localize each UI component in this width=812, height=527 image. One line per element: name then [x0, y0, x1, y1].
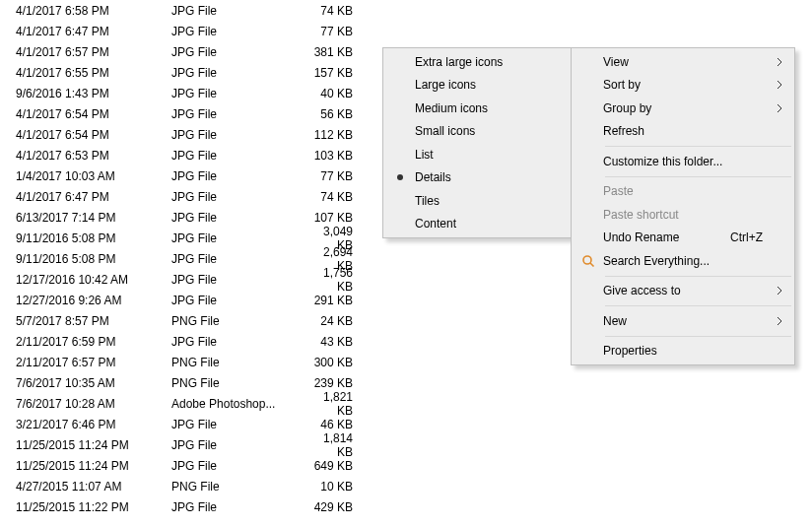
cell-size: 381 KB [305, 45, 353, 59]
cell-date: 4/1/2017 6:55 PM [16, 66, 171, 80]
table-row[interactable]: 4/1/2017 6:47 PMJPG File77 KB [0, 21, 812, 41]
view-option[interactable]: Details [385, 166, 570, 190]
menu-sort-by[interactable]: Sort by [574, 74, 792, 98]
chevron-right-icon [777, 57, 782, 67]
cell-date: 9/11/2016 5:08 PM [16, 252, 171, 266]
cell-size: 43 KB [305, 335, 353, 349]
cell-size: 300 KB [305, 356, 353, 369]
cell-date: 4/1/2017 6:54 PM [16, 128, 171, 142]
chevron-right-icon [777, 103, 782, 113]
view-option[interactable]: Medium icons [385, 97, 570, 120]
menu-label: List [415, 148, 540, 162]
table-row[interactable]: 7/6/2017 10:35 AMPNG File239 KB [0, 372, 812, 393]
cell-type: JPG File [171, 4, 305, 18]
menu-label: Refresh [603, 124, 763, 138]
menu-paste: Paste [574, 180, 792, 204]
svg-line-1 [590, 263, 594, 267]
cell-size: 1,814 KB [305, 431, 353, 459]
menu-label: Large icons [415, 78, 540, 92]
cell-size: 74 KB [305, 4, 353, 18]
cell-type: JPG File [171, 273, 305, 287]
menu-customize-folder[interactable]: Customize this folder... [574, 150, 792, 173]
menu-view[interactable]: View [574, 50, 792, 74]
table-row[interactable]: 4/27/2015 11:07 AMPNG File10 KB [0, 476, 812, 496]
cell-type: JPG File [171, 190, 305, 204]
cell-date: 12/17/2016 10:42 AM [16, 273, 171, 287]
menu-label: Extra large icons [415, 55, 540, 69]
cell-date: 9/11/2016 5:08 PM [16, 231, 171, 245]
cell-date: 4/1/2017 6:54 PM [16, 107, 171, 121]
view-option[interactable]: Extra large icons [385, 50, 570, 74]
cell-size: 56 KB [305, 107, 353, 121]
cell-type: JPG File [171, 252, 305, 266]
cell-date: 11/25/2015 11:24 PM [16, 459, 171, 473]
cell-date: 4/1/2017 6:47 PM [16, 25, 171, 38]
menu-label: Tiles [415, 194, 540, 208]
cell-type: JPG File [171, 107, 305, 121]
cell-size: 1,821 KB [305, 390, 353, 418]
cell-type: JPG File [171, 500, 305, 514]
table-row[interactable]: 11/25/2015 11:24 PMJPG File1,814 KB [0, 434, 812, 455]
menu-search-everything[interactable]: Search Everything... [574, 249, 792, 273]
cell-type: JPG File [171, 45, 305, 59]
cell-size: 46 KB [305, 418, 353, 431]
cell-size: 10 KB [305, 480, 353, 494]
view-option[interactable]: Tiles [385, 189, 570, 213]
view-option[interactable]: Content [385, 213, 570, 236]
cell-size: 107 KB [305, 211, 353, 225]
menu-separator [605, 336, 791, 337]
menu-label: Properties [603, 344, 763, 358]
cell-date: 12/27/2016 9:26 AM [16, 294, 171, 307]
menu-new[interactable]: New [574, 309, 792, 333]
cell-type: JPG File [171, 231, 305, 245]
menu-group-by[interactable]: Group by [574, 97, 792, 120]
view-option[interactable]: List [385, 143, 570, 166]
cell-date: 3/21/2017 6:46 PM [16, 418, 171, 431]
chevron-right-icon [777, 80, 782, 90]
cell-type: JPG File [171, 169, 305, 183]
menu-label: Group by [603, 101, 763, 115]
table-row[interactable]: 11/25/2015 11:24 PMJPG File649 KB [0, 455, 812, 476]
menu-undo[interactable]: Undo Rename Ctrl+Z [574, 227, 792, 250]
cell-type: JPG File [171, 66, 305, 80]
menu-separator [605, 305, 791, 306]
view-option[interactable]: Small icons [385, 120, 570, 144]
cell-date: 1/4/2017 10:03 AM [16, 169, 171, 183]
cell-type: PNG File [171, 356, 305, 369]
cell-size: 77 KB [305, 169, 353, 183]
cell-type: JPG File [171, 149, 305, 163]
cell-size: 429 KB [305, 500, 353, 514]
menu-give-access-to[interactable]: Give access to [574, 280, 792, 303]
table-row[interactable]: 11/25/2015 11:22 PMJPG File429 KB [0, 496, 812, 517]
chevron-right-icon [777, 316, 782, 326]
table-row[interactable]: 3/21/2017 6:46 PMJPG File46 KB [0, 414, 812, 434]
menu-separator [605, 276, 791, 277]
cell-type: PNG File [171, 376, 305, 390]
menu-shortcut: Ctrl+Z [730, 231, 763, 244]
menu-label: Content [415, 217, 540, 231]
cell-date: 9/6/2016 1:43 PM [16, 87, 171, 100]
cell-type: JPG File [171, 25, 305, 38]
menu-label: View [603, 55, 763, 69]
table-row[interactable]: 7/6/2017 10:28 AMAdobe Photoshop...1,821… [0, 393, 812, 414]
cell-size: 74 KB [305, 190, 353, 204]
menu-label: Customize this folder... [603, 155, 763, 168]
cell-type: Adobe Photoshop... [171, 397, 305, 411]
cell-size: 291 KB [305, 294, 353, 307]
cell-date: 2/11/2017 6:57 PM [16, 356, 171, 369]
menu-label: Paste [603, 184, 763, 198]
table-row[interactable]: 4/1/2017 6:58 PMJPG File74 KB [0, 0, 812, 21]
menu-properties[interactable]: Properties [574, 340, 792, 363]
view-option[interactable]: Large icons [385, 74, 570, 98]
cell-date: 7/6/2017 10:28 AM [16, 397, 171, 411]
cell-type: PNG File [171, 314, 305, 328]
cell-type: JPG File [171, 87, 305, 100]
cell-type: JPG File [171, 294, 305, 307]
cell-date: 11/25/2015 11:24 PM [16, 438, 171, 452]
menu-label: Paste shortcut [603, 208, 763, 222]
menu-paste-shortcut: Paste shortcut [574, 203, 792, 227]
chevron-right-icon [777, 286, 782, 296]
cell-date: 11/25/2015 11:22 PM [16, 500, 171, 514]
cell-size: 1,756 KB [305, 266, 353, 294]
menu-refresh[interactable]: Refresh [574, 120, 792, 144]
